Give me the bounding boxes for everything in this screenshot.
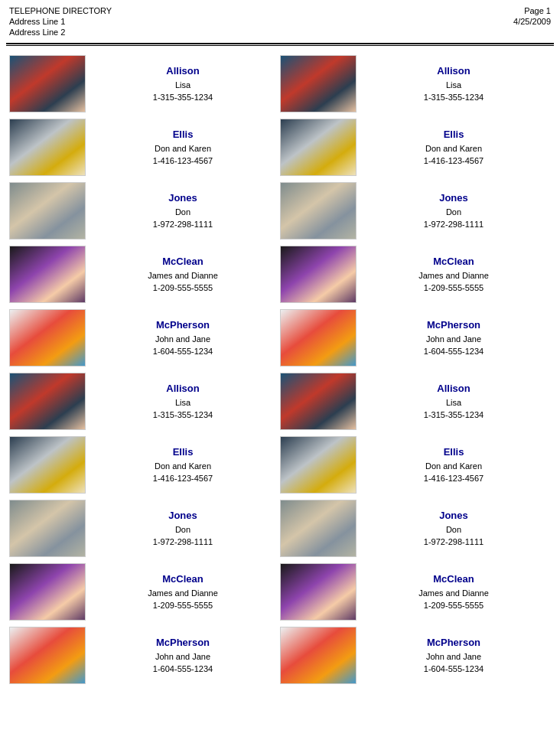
right-column: AllisonLisa1-315-355-1234 EllisDon and K…	[280, 55, 551, 690]
list-item: JonesDon1-972-298-1111	[280, 500, 551, 557]
svg-rect-0	[10, 56, 86, 112]
entry-name: Jones	[439, 191, 468, 206]
page-number: Page 1	[524, 6, 551, 15]
entry-phone: 1-209-555-5555	[424, 599, 483, 612]
page-date: 4/25/2009	[513, 17, 551, 26]
entry-phone: 1-209-555-5555	[153, 599, 213, 612]
entry-phone: 1-604-555-1234	[153, 663, 213, 676]
list-item: AllisonLisa1-315-355-1234	[9, 373, 280, 430]
svg-rect-1	[10, 119, 86, 176]
entry-person: Don	[446, 206, 461, 219]
list-item: JonesDon1-972-298-1111	[9, 182, 280, 240]
entry-info: McPhersonJohn and Jane1-604-555-1234	[86, 318, 280, 358]
entry-phone: 1-315-355-1234	[424, 409, 483, 422]
entry-info: McPhersonJohn and Jane1-604-555-1234	[357, 635, 551, 676]
list-item: McPhersonJohn and Jane1-604-555-1234	[9, 627, 280, 684]
photo-ellis	[9, 436, 86, 494]
list-item: McCleanJames and Dianne1-209-555-5555	[9, 246, 280, 303]
entry-info: JonesDon1-972-298-1111	[86, 508, 280, 549]
entry-name: Jones	[439, 508, 468, 523]
list-item: McCleanJames and Dianne1-209-555-5555	[280, 563, 551, 621]
entry-info: McCleanJames and Dianne1-209-555-5555	[86, 254, 280, 295]
entry-name: McClean	[162, 254, 203, 269]
entry-phone: 1-416-123-4567	[153, 472, 213, 485]
svg-rect-16	[281, 437, 357, 494]
svg-rect-5	[10, 373, 86, 430]
photo-mcclean	[280, 246, 357, 303]
list-item: McPhersonJohn and Jane1-604-555-1234	[280, 627, 551, 684]
photo-mcpherson	[9, 309, 86, 367]
photo-allison	[280, 373, 357, 430]
entry-person: James and Dianne	[148, 587, 218, 600]
svg-rect-9	[10, 627, 86, 684]
svg-rect-12	[281, 183, 357, 240]
photo-mcpherson	[9, 627, 86, 684]
entry-person: Lisa	[446, 79, 461, 92]
entry-name: Ellis	[173, 445, 194, 460]
svg-rect-18	[281, 564, 357, 621]
entry-person: Don and Karen	[155, 460, 211, 473]
svg-rect-19	[281, 627, 357, 684]
photo-jones	[9, 182, 86, 240]
entry-info: EllisDon and Karen1-416-123-4567	[357, 445, 551, 485]
svg-rect-10	[281, 56, 357, 112]
entry-person: John and Jane	[155, 650, 210, 663]
svg-rect-17	[281, 500, 357, 557]
svg-rect-6	[10, 437, 86, 494]
entry-info: JonesDon1-972-298-1111	[357, 191, 551, 231]
entry-person: Don and Karen	[425, 460, 482, 473]
entry-person: Don and Karen	[425, 142, 482, 155]
list-item: EllisDon and Karen1-416-123-4567	[9, 436, 280, 494]
svg-rect-4	[10, 310, 86, 367]
svg-rect-15	[281, 373, 357, 430]
list-item: AllisonLisa1-315-355-1234	[9, 55, 280, 112]
address-line1: Address Line 1	[9, 17, 112, 26]
page-title: TELEPHONE DIRECTORY	[9, 6, 112, 15]
entry-phone: 1-604-555-1234	[424, 345, 483, 358]
entry-info: JonesDon1-972-298-1111	[86, 191, 280, 231]
photo-allison	[9, 55, 86, 112]
entry-phone: 1-604-555-1234	[153, 345, 213, 358]
entry-name: Allison	[166, 381, 199, 396]
entry-phone: 1-972-298-1111	[424, 536, 483, 549]
photo-mcpherson	[280, 309, 357, 367]
entry-info: AllisonLisa1-315-355-1234	[86, 381, 280, 422]
photo-allison	[280, 55, 357, 112]
entry-person: Don and Karen	[155, 142, 211, 155]
entry-phone: 1-416-123-4567	[424, 472, 483, 485]
list-item: McPhersonJohn and Jane1-604-555-1234	[9, 309, 280, 367]
photo-ellis	[9, 119, 86, 176]
svg-rect-3	[10, 246, 86, 303]
entry-phone: 1-604-555-1234	[424, 663, 483, 676]
entry-info: AllisonLisa1-315-355-1234	[357, 64, 551, 104]
entry-person: James and Dianne	[418, 269, 489, 282]
entry-person: James and Dianne	[148, 269, 218, 282]
entry-name: McPherson	[427, 635, 480, 650]
header-left: TELEPHONE DIRECTORY Address Line 1 Addre…	[9, 6, 112, 37]
entry-name: McClean	[162, 572, 203, 587]
entry-name: McClean	[433, 254, 474, 269]
entry-name: McPherson	[427, 318, 480, 333]
list-item: EllisDon and Karen1-416-123-4567	[280, 436, 551, 494]
entry-person: James and Dianne	[418, 587, 489, 600]
entry-person: Lisa	[175, 79, 190, 92]
svg-rect-13	[281, 246, 357, 303]
address-line2: Address Line 2	[9, 28, 112, 37]
entry-info: AllisonLisa1-315-355-1234	[86, 64, 280, 104]
list-item: JonesDon1-972-298-1111	[9, 500, 280, 557]
entry-name: McClean	[433, 572, 474, 587]
svg-rect-14	[281, 310, 357, 367]
list-item: McCleanJames and Dianne1-209-555-5555	[9, 563, 280, 621]
list-item: EllisDon and Karen1-416-123-4567	[9, 119, 280, 176]
list-item: AllisonLisa1-315-355-1234	[280, 373, 551, 430]
entry-name: Allison	[437, 381, 470, 396]
entry-person: Lisa	[446, 396, 461, 409]
list-item: JonesDon1-972-298-1111	[280, 182, 551, 240]
entry-info: EllisDon and Karen1-416-123-4567	[357, 127, 551, 168]
entry-phone: 1-416-123-4567	[424, 155, 483, 168]
photo-ellis	[280, 436, 357, 494]
entry-person: John and Jane	[426, 650, 481, 663]
page-header: TELEPHONE DIRECTORY Address Line 1 Addre…	[0, 0, 560, 40]
header-right: Page 1 4/25/2009	[513, 6, 551, 26]
entry-person: Don	[175, 206, 190, 219]
